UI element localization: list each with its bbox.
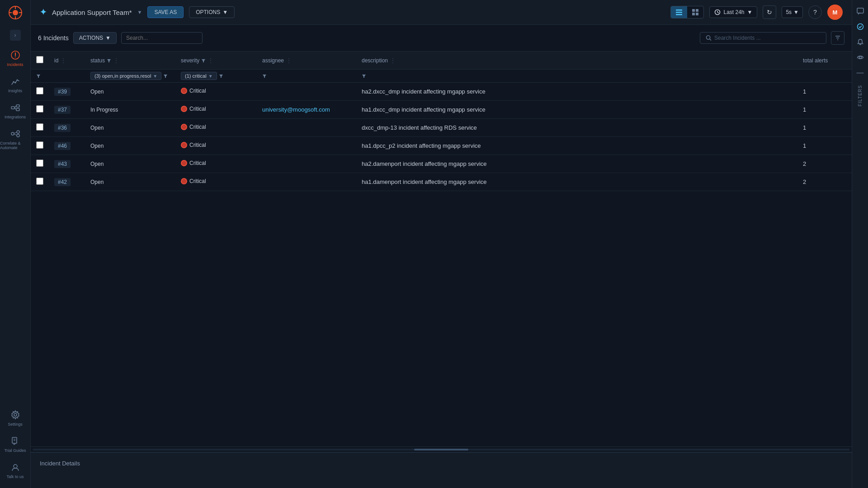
total-alerts-column-header[interactable]: total alerts bbox=[797, 52, 852, 70]
svg-marker-45 bbox=[164, 75, 167, 78]
sidebar-item-incidents[interactable]: Incidents bbox=[0, 45, 30, 71]
row-checkbox[interactable] bbox=[36, 87, 43, 94]
severity-row-filter-icon[interactable] bbox=[219, 74, 223, 78]
row-checkbox-cell[interactable] bbox=[31, 83, 49, 101]
row-status-cell: In Progress bbox=[85, 101, 175, 119]
options-button[interactable]: OPTIONS ▼ bbox=[189, 6, 235, 18]
actions-button[interactable]: ACTIONS ▼ bbox=[73, 32, 117, 44]
incidents-table-wrapper[interactable]: id ⋮ status ⋮ bbox=[31, 52, 852, 446]
row-id-cell: #39 bbox=[49, 83, 85, 101]
description-value: ha1.dpcc_p2 incident affecting mgapp ser… bbox=[362, 142, 481, 149]
horizontal-scrollbar[interactable] bbox=[31, 446, 852, 452]
row-checkbox-cell[interactable] bbox=[31, 137, 49, 155]
team-dropdown-icon[interactable]: ▼ bbox=[137, 9, 142, 15]
severity-resize-handle[interactable]: ⋮ bbox=[208, 57, 214, 64]
user-avatar[interactable]: M bbox=[827, 5, 843, 20]
incident-id[interactable]: #42 bbox=[54, 178, 71, 186]
row-checkbox-cell[interactable] bbox=[31, 119, 49, 137]
status-filter-tag[interactable]: (3) open,in progress,resol ▼ bbox=[90, 72, 161, 80]
time-range-selector[interactable]: Last 24h ▼ bbox=[709, 6, 757, 18]
severity-value: Critical bbox=[189, 142, 206, 148]
assignee-column-header[interactable]: assignee ⋮ bbox=[257, 52, 356, 70]
incidents-table: id ⋮ status ⋮ bbox=[31, 52, 852, 191]
refresh-interval-selector[interactable]: 5s ▼ bbox=[782, 6, 803, 18]
row-severity-cell: Critical bbox=[175, 101, 257, 119]
sidebar-item-insights[interactable]: Insights bbox=[0, 71, 30, 98]
eye-panel-button[interactable] bbox=[854, 51, 867, 64]
table-row[interactable]: #36 Open Critical — dxcc_dmp-13 incident… bbox=[31, 119, 852, 137]
sidebar-item-settings[interactable]: Settings bbox=[4, 405, 26, 431]
row-checkbox[interactable] bbox=[36, 105, 43, 113]
table-header: id ⋮ status ⋮ bbox=[31, 52, 852, 83]
search-icon bbox=[706, 35, 712, 41]
severity-column-header[interactable]: severity ⋮ bbox=[175, 52, 257, 70]
table-row[interactable]: #39 Open Critical — ha2.dxcc_dmp inciden… bbox=[31, 83, 852, 101]
filter-severity-cell[interactable]: (1) critical ▼ bbox=[175, 70, 257, 83]
severity-filter-icon bbox=[201, 58, 206, 63]
incident-id[interactable]: #43 bbox=[54, 160, 71, 168]
sidebar-item-integrations[interactable]: Integrations bbox=[0, 98, 30, 124]
filter-assignee-cell[interactable] bbox=[257, 70, 356, 83]
status-resize-handle[interactable]: ⋮ bbox=[113, 57, 119, 64]
filter-button[interactable] bbox=[831, 31, 844, 45]
incident-id[interactable]: #37 bbox=[54, 106, 71, 114]
table-row[interactable]: #43 Open Critical — ha2.damenport incide… bbox=[31, 155, 852, 173]
incident-id[interactable]: #46 bbox=[54, 142, 71, 150]
incident-details-panel: Incident Details bbox=[31, 452, 852, 488]
notification-panel-button[interactable] bbox=[854, 35, 867, 49]
scrollbar-thumb[interactable] bbox=[414, 449, 468, 450]
view-toggle bbox=[670, 6, 704, 19]
save-as-button[interactable]: SAVE AS bbox=[147, 6, 184, 18]
row-checkbox[interactable] bbox=[36, 160, 43, 167]
search-incidents-box[interactable] bbox=[700, 32, 826, 44]
sidebar-item-trial-guides[interactable]: Trial Guides bbox=[4, 431, 26, 457]
row-id-cell: #36 bbox=[49, 119, 85, 137]
row-checkbox-cell[interactable] bbox=[31, 155, 49, 173]
inline-search-input[interactable] bbox=[121, 32, 203, 44]
assignee-row-filter-icon[interactable] bbox=[262, 74, 267, 78]
sidebar-item-talk[interactable]: Talk to us bbox=[4, 457, 26, 483]
list-view-button[interactable] bbox=[671, 6, 687, 18]
incident-id[interactable]: #36 bbox=[54, 124, 71, 132]
row-checkbox[interactable] bbox=[36, 123, 43, 131]
row-checkbox-cell[interactable] bbox=[31, 101, 49, 119]
help-button[interactable]: ? bbox=[808, 5, 822, 19]
sidebar-item-correlate[interactable]: Correlate & Automate bbox=[0, 124, 30, 155]
row-filter-icon[interactable] bbox=[36, 74, 41, 78]
check-panel-button[interactable] bbox=[854, 20, 867, 33]
row-checkbox-cell[interactable] bbox=[31, 173, 49, 191]
svg-line-36 bbox=[717, 12, 719, 13]
assignee-resize-handle[interactable]: ⋮ bbox=[286, 57, 292, 64]
description-column-header[interactable]: description ⋮ bbox=[356, 52, 797, 70]
status-column-header[interactable]: status ⋮ bbox=[85, 52, 175, 70]
row-status-cell: Open bbox=[85, 173, 175, 191]
assignee-value: — bbox=[262, 88, 268, 95]
filter-description-cell[interactable] bbox=[356, 70, 797, 83]
row-checkbox[interactable] bbox=[36, 141, 43, 149]
severity-filter-tag[interactable]: (1) critical ▼ bbox=[181, 72, 217, 80]
filter-status-cell[interactable]: (3) open,in progress,resol ▼ bbox=[85, 70, 175, 83]
table-row[interactable]: #46 Open Critical — ha1.dpcc_p2 incident… bbox=[31, 137, 852, 155]
row-assignee-cell: — bbox=[257, 137, 356, 155]
table-row[interactable]: #42 Open Critical — ha1.damenport incide… bbox=[31, 173, 852, 191]
chat-panel-button[interactable] bbox=[854, 5, 867, 18]
status-row-filter-icon[interactable] bbox=[163, 74, 168, 78]
table-row[interactable]: #37 In Progress Critical university@moog… bbox=[31, 101, 852, 119]
description-row-filter-icon[interactable] bbox=[362, 74, 366, 78]
filter-row: (3) open,in progress,resol ▼ bbox=[31, 70, 852, 83]
row-assignee-cell: university@moogsoft.com bbox=[257, 101, 356, 119]
description-resize-handle[interactable]: ⋮ bbox=[390, 57, 396, 64]
search-incidents-input[interactable] bbox=[714, 35, 821, 41]
id-resize-handle[interactable]: ⋮ bbox=[60, 57, 66, 64]
select-all-checkbox[interactable] bbox=[36, 56, 43, 63]
select-all-header[interactable] bbox=[31, 52, 49, 70]
collapse-button[interactable]: › bbox=[10, 30, 21, 41]
svg-line-20 bbox=[14, 132, 17, 133]
row-id-cell: #37 bbox=[49, 101, 85, 119]
dash-panel-button[interactable]: — bbox=[854, 66, 867, 80]
row-checkbox[interactable] bbox=[36, 178, 43, 185]
incident-id[interactable]: #39 bbox=[54, 88, 71, 96]
id-column-header[interactable]: id ⋮ bbox=[49, 52, 85, 70]
grid-view-button[interactable] bbox=[687, 6, 703, 18]
refresh-button[interactable]: ↻ bbox=[763, 5, 776, 19]
